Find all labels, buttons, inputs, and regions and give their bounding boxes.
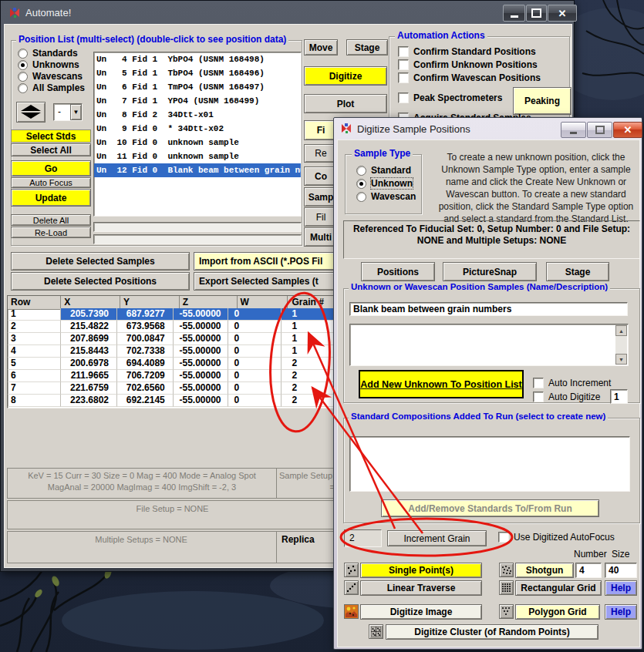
dialog-close-button[interactable]: ✕ <box>613 122 642 138</box>
add-new-unknown-button[interactable]: Add New Unknown To Position List <box>359 370 524 398</box>
radio-wavescans[interactable]: Wavescans <box>18 71 83 82</box>
help-button-polygon[interactable]: Help <box>605 604 637 620</box>
position-list-item[interactable]: Un 11 Fid 0 unknown sample <box>94 150 301 163</box>
help-button-grid[interactable]: Help <box>605 580 637 596</box>
radio-standard[interactable]: Standard <box>356 165 411 176</box>
table-row[interactable]: 8 223.6802 692.2145 -55.00000 0 2 <box>8 395 337 407</box>
digitize-image-button[interactable]: Digitize Image <box>360 604 482 620</box>
radio-standards[interactable]: Standards <box>18 48 78 59</box>
shotgun-button[interactable]: Shotgun <box>515 563 574 578</box>
export-samples-button[interactable]: Export Selected Samples (t <box>194 272 338 291</box>
checkbox[interactable] <box>398 46 409 57</box>
position-list-item[interactable]: Un 8 Fid 2 34Dtt-x01 <box>94 108 301 122</box>
standards-listbox[interactable] <box>349 436 630 492</box>
import-ascii-button[interactable]: Import from ASCII (*.POS Fil <box>194 252 338 271</box>
checkbox[interactable] <box>533 378 544 388</box>
delete-all-button[interactable]: Delete All <box>11 214 91 226</box>
scroll-down-icon[interactable]: ▼ <box>615 354 627 365</box>
peak-spectrometers-checkbox-row[interactable]: Peak Spectrometers <box>398 92 502 103</box>
positions-button[interactable]: Positions <box>361 262 435 281</box>
radio-unknown[interactable]: Unknown <box>356 178 413 189</box>
rectangular-grid-button[interactable]: Rectangular Grid <box>515 580 602 596</box>
table-row[interactable]: 4 215.8443 702.7338 -55.00000 0 1 <box>8 345 337 358</box>
replicate-button-fragment[interactable]: Replica <box>282 534 337 545</box>
plot-button[interactable]: Plot <box>304 94 387 113</box>
dialog-titlebar[interactable]: Digitize Sample Positions ✕ <box>336 119 639 139</box>
grain-value-field[interactable]: 2 <box>344 529 382 547</box>
radio-all-samples[interactable]: All Samples <box>18 82 85 93</box>
close-button[interactable]: ✕ <box>548 5 577 22</box>
confirm-wavescan-checkbox-row[interactable]: Confirm Wavescan Positions <box>398 72 541 83</box>
auto-increment-checkbox-row[interactable]: Auto Increment <box>533 378 611 388</box>
select-stds-button[interactable]: Select Stds <box>11 129 91 143</box>
checkbox[interactable] <box>398 92 409 103</box>
picturesnap-button[interactable]: PictureSnap <box>443 262 537 281</box>
radio-icon[interactable] <box>356 192 366 202</box>
linear-traverse-button[interactable]: Linear Traverse <box>360 580 482 596</box>
go-button[interactable]: Go <box>11 160 91 176</box>
radio-icon[interactable] <box>18 83 28 93</box>
peaking-button[interactable]: Peaking <box>513 87 572 115</box>
position-list-item[interactable]: Un 5 Fid 1 TbPO4 (USNM 168496) <box>94 66 301 80</box>
radio-icon[interactable] <box>18 72 28 82</box>
digitize-cluster-button[interactable]: Digitize Cluster (of Random Points) <box>386 624 598 640</box>
use-autofocus-checkbox-row[interactable]: Use Digitized AutoFocus <box>498 532 615 543</box>
table-row[interactable]: 6 211.9665 706.7209 -55.00000 0 2 <box>8 370 337 382</box>
position-listbox[interactable]: Un 4 Fid 1 YbPO4 (USNM 168498)Un 5 Fid 1… <box>93 52 302 217</box>
radio-wavescan[interactable]: Wavescan <box>356 191 416 202</box>
table-row[interactable]: 3 207.8699 700.0847 -55.00000 0 1 <box>8 333 337 345</box>
add-remove-standards-button[interactable]: Add/Remove Standards To/From Run <box>381 499 599 517</box>
auto-focus-button[interactable]: Auto Focus <box>11 177 91 188</box>
polygon-grid-button[interactable]: Polygon Grid <box>515 604 600 620</box>
increment-grain-button[interactable]: Increment Grain <box>387 530 487 546</box>
automate-titlebar[interactable]: Automate! ✕ <box>3 2 572 23</box>
checkbox[interactable] <box>498 532 509 543</box>
table-row[interactable]: 1 205.7390 687.9277 -55.00000 0 1 <box>8 308 337 321</box>
checkbox[interactable] <box>398 72 409 83</box>
checkbox[interactable] <box>533 392 544 402</box>
position-list-item[interactable]: Un 6 Fid 1 TmPO4 (USNM 168497) <box>94 80 301 94</box>
auto-digitize-count-field[interactable]: 1 <box>610 389 628 404</box>
stage-nav-button[interactable]: Stage <box>546 262 609 281</box>
rectangular-grid-icon[interactable] <box>499 580 514 595</box>
stage-button[interactable]: Stage <box>346 39 388 55</box>
single-points-button[interactable]: Single Point(s) <box>360 563 482 578</box>
mount-combo[interactable]: - ▼ <box>53 103 83 121</box>
radio-icon[interactable] <box>356 166 366 176</box>
table-row[interactable]: 5 200.6978 694.4089 -55.00000 0 2 <box>8 358 337 370</box>
shotgun-icon[interactable] <box>499 563 514 577</box>
checkbox[interactable] <box>398 59 409 70</box>
linear-traverse-icon[interactable] <box>344 580 359 595</box>
dialog-maximize-button[interactable] <box>587 122 612 138</box>
dialog-minimize-button[interactable] <box>561 122 586 138</box>
confirm-unknown-checkbox-row[interactable]: Confirm Unknown Positions <box>398 59 538 70</box>
scrollbar-track[interactable] <box>615 336 627 354</box>
radio-icon[interactable] <box>18 49 28 59</box>
table-row[interactable]: 7 221.6759 702.6560 -55.00000 0 2 <box>8 382 337 395</box>
digitize-button[interactable]: Digitize <box>304 66 387 86</box>
digitize-cluster-icon[interactable] <box>369 624 383 639</box>
update-button[interactable]: Update <box>11 189 91 207</box>
radio-icon[interactable] <box>356 179 366 189</box>
combo-dropdown-button[interactable]: ▼ <box>70 104 82 120</box>
position-grid[interactable]: Row X Y Z W Grain # 1 205.7390 687.9277 … <box>7 295 338 408</box>
single-points-icon[interactable] <box>344 563 359 577</box>
polygon-grid-icon[interactable] <box>499 604 514 619</box>
position-list-item[interactable]: Un 7 Fid 1 YPO4 (USNM 168499) <box>94 94 301 108</box>
digitize-image-icon[interactable] <box>344 604 359 619</box>
table-row[interactable]: 2 215.4822 673.9568 -55.00000 0 1 <box>8 321 337 333</box>
position-list-item[interactable]: Un 10 Fid 0 unknown sample <box>94 136 301 150</box>
radio-unknowns[interactable]: Unknowns <box>18 59 79 70</box>
position-list-item[interactable]: Un 12 Fid 0 Blank beam between grain nu <box>94 163 301 177</box>
position-list-item[interactable]: Un 9 Fid 0 * 34Dtt-x02 <box>94 122 301 136</box>
position-list-item[interactable]: Un 4 Fid 1 YbPO4 (USNM 168498) <box>94 52 301 66</box>
delete-selected-samples-button[interactable]: Delete Selected Samples <box>11 252 190 271</box>
move-button[interactable]: Move <box>304 39 338 55</box>
size-field[interactable]: 40 <box>605 563 637 578</box>
number-field[interactable]: 4 <box>575 563 602 578</box>
auto-digitize-checkbox-row[interactable]: Auto Digitize <box>533 392 600 402</box>
maximize-button[interactable] <box>526 5 547 22</box>
delete-selected-positions-button[interactable]: Delete Selected Positions <box>11 272 190 291</box>
radio-icon[interactable] <box>18 60 28 70</box>
reload-button[interactable]: Re-Load <box>11 227 91 238</box>
